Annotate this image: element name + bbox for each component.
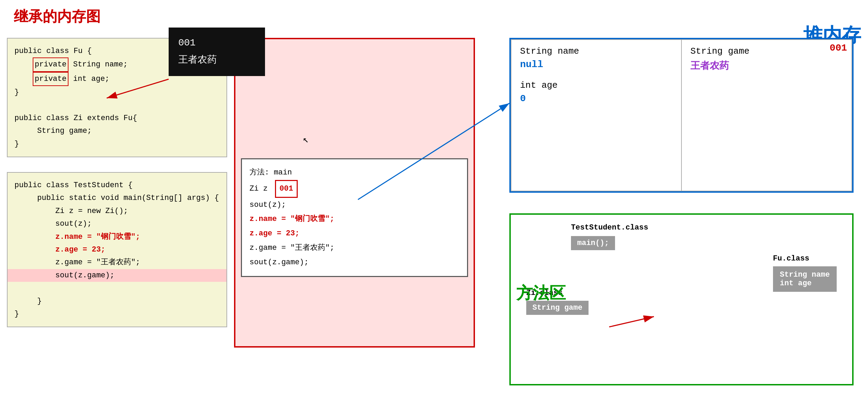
heap-table: String name null int age 0 String game 王… xyxy=(511,39,852,191)
code-line-6: public class Zi extends Fu{ xyxy=(14,114,137,123)
code-private-1: private xyxy=(33,57,68,72)
ts-class-label: TestStudent.class xyxy=(571,223,648,232)
code-line-8: } xyxy=(14,140,19,148)
code-panel-bottom: public class TestStudent { public static… xyxy=(7,172,227,327)
code-private-2: private xyxy=(33,72,68,86)
method-var1: Zi z xyxy=(250,184,268,193)
code-b-line-7: z.game = "王者农药"; xyxy=(51,258,140,267)
heap-cell-name: String name null int age 0 xyxy=(511,40,681,191)
fu-class-container: Fu.class String name int age xyxy=(773,254,837,292)
method-area-label: 方法区 xyxy=(516,282,566,304)
method-address-badge: 001 xyxy=(275,180,298,198)
code-b-line-5: z.name = "钢门吹雪"; xyxy=(51,233,140,241)
fu-string-name: String name xyxy=(780,270,830,279)
fu-int-age: int age xyxy=(780,279,812,288)
code-line-7: String game; xyxy=(33,127,92,135)
code-line-3-rest: int age; xyxy=(68,75,109,83)
heap-address: 001 xyxy=(830,43,847,53)
code-b-line-4: sout(z); xyxy=(51,220,92,228)
tooltip-address: 001 xyxy=(178,38,195,48)
code-b-line-1: public class TestStudent { xyxy=(14,181,133,190)
code-b-line-3: Zi z = new Zi(); xyxy=(51,207,128,215)
code-b-line-8: sout(z.game); xyxy=(8,269,226,282)
method-line7: sout(z.game); xyxy=(250,258,309,267)
fu-class-label: Fu.class xyxy=(773,254,809,263)
heap-cell-game: String game 王者农药 xyxy=(681,40,852,191)
heap-area: 001 String name null int age 0 String ga… xyxy=(509,38,854,193)
code-b-line-6: z.age = 23; xyxy=(51,245,105,254)
method-frame: 方法: main Zi z 001 sout(z); z.name = "钢门吹… xyxy=(241,158,468,277)
code-b-line-10: } xyxy=(14,310,19,318)
tooltip-box: 001 王者农药 xyxy=(169,28,265,76)
method-line3: sout(z); xyxy=(250,201,286,209)
ts-class-container: TestStudent.class main(); xyxy=(571,223,648,250)
method-header: 方法: main xyxy=(250,168,292,177)
code-b-line-9: } xyxy=(33,297,42,306)
tooltip-name: 王者农药 xyxy=(178,55,217,65)
page-title: 继承的内存图 xyxy=(14,7,100,26)
main-method-box: main(); xyxy=(571,236,615,250)
cursor: ↖ xyxy=(303,134,309,145)
code-b-line-2: public static void main(String[] args) { xyxy=(33,194,219,202)
code-line-1: public class Fu { xyxy=(14,47,92,55)
method-line4: z.name = "钢门吹雪"; xyxy=(250,215,334,223)
code-line-2-rest: String name; xyxy=(68,60,128,69)
method-line5: z.age = 23; xyxy=(250,229,299,238)
code-line-4: } xyxy=(14,88,19,97)
method-line6: z.game = "王者农药"; xyxy=(250,244,334,252)
